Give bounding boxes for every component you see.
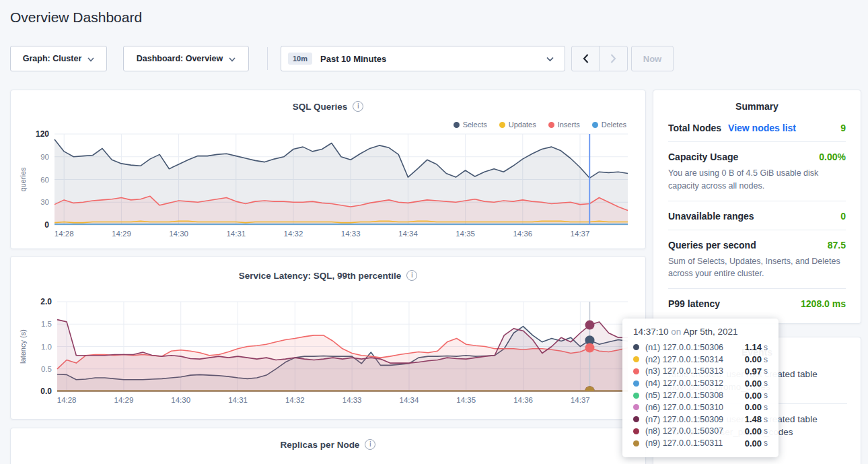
- view-nodes-list-link[interactable]: View nodes list: [728, 123, 796, 133]
- tooltip-node-unit: s: [764, 343, 768, 352]
- svg-text:1.5: 1.5: [41, 320, 52, 328]
- legend-item-deletes[interactable]: Deletes: [592, 121, 626, 129]
- tooltip-node-value: 1.14: [745, 342, 762, 352]
- tooltip-node-dot-icon: [633, 380, 639, 387]
- time-window-badge: 10m: [288, 53, 312, 65]
- summary-label: Queries per second: [668, 240, 756, 251]
- summary-value: 0.00%: [819, 152, 846, 162]
- summary-row: Total NodesView nodes list9: [668, 113, 846, 142]
- sql-queries-chart[interactable]: 14:2814:2914:3014:3114:3214:3314:3414:35…: [11, 131, 647, 245]
- tooltip-node-address: (n4) 127.0.0.1:50312: [645, 378, 745, 388]
- tooltip-node-row: (n3) 127.0.0.1:503130.97s: [633, 366, 768, 378]
- tooltip-node-value: 0.00: [745, 438, 762, 449]
- service-latency-chart[interactable]: 14:2814:2914:3014:3114:3214:3314:3414:35…: [11, 294, 647, 411]
- tooltip-node-dot-icon: [633, 416, 639, 422]
- tooltip-node-value: 0.00: [745, 402, 762, 412]
- tooltip-node-unit: s: [764, 403, 768, 412]
- tooltip-node-row: (n1) 127.0.0.1:503061.14s: [633, 341, 768, 354]
- graph-selector-dropdown[interactable]: Graph: Cluster: [10, 46, 107, 71]
- tooltip-node-address: (n8) 127.0.0.1:50307: [645, 426, 745, 436]
- tooltip-node-value: 0.00: [745, 391, 762, 401]
- sql-queries-title: SQL Queries: [293, 102, 348, 112]
- summary-title: Summary: [653, 90, 861, 113]
- svg-text:14:30: 14:30: [169, 230, 188, 238]
- svg-text:14:36: 14:36: [513, 230, 532, 238]
- info-icon[interactable]: i: [353, 101, 363, 112]
- svg-text:14:29: 14:29: [114, 396, 134, 404]
- legend-item-updates[interactable]: Updates: [499, 121, 536, 129]
- tooltip-node-value: 0.00: [745, 426, 762, 436]
- tooltip-node-dot-icon: [633, 404, 639, 410]
- toolbar-divider: [267, 47, 268, 70]
- summary-row-head: Queries per second87.5: [668, 240, 846, 251]
- summary-row: Capacity Usage0.00%You are using 0 B of …: [668, 142, 846, 201]
- svg-text:14:32: 14:32: [284, 230, 303, 238]
- time-range-dropdown[interactable]: 10m Past 10 Minutes: [281, 46, 565, 71]
- chevron-down-icon: [229, 53, 236, 65]
- tooltip-node-address: (n6) 127.0.0.1:50310: [645, 403, 745, 412]
- chevron-down-icon: [87, 53, 94, 65]
- summary-row: Queries per second87.5Sum of Selects, Up…: [668, 230, 846, 290]
- svg-text:14:34: 14:34: [398, 230, 418, 238]
- legend-label: Deletes: [602, 121, 626, 129]
- tooltip-node-address: (n9) 127.0.0.1:50311: [645, 438, 745, 448]
- summary-row-head: Unavailable ranges0: [668, 211, 846, 222]
- svg-text:2.0: 2.0: [40, 297, 52, 306]
- tooltip-node-value: 1.48: [745, 414, 762, 424]
- graph-selector-label: Graph: Cluster: [23, 54, 82, 63]
- svg-text:14:37: 14:37: [571, 396, 590, 404]
- tooltip-node-value: 0.97: [745, 366, 762, 376]
- dashboard-selector-label: Dashboard: Overview: [137, 54, 223, 63]
- tooltip-node-unit: s: [764, 438, 768, 448]
- svg-text:14:37: 14:37: [571, 230, 590, 238]
- tooltip-node-address: (n3) 127.0.0.1:50313: [645, 366, 745, 376]
- svg-text:14:35: 14:35: [456, 230, 475, 238]
- svg-text:0: 0: [44, 220, 49, 230]
- summary-value: 1208.0 ms: [801, 298, 846, 309]
- tooltip-node-value: 0.00: [745, 378, 762, 389]
- summary-description: Sum of Selects, Updates, Inserts, and De…: [668, 255, 846, 281]
- tooltip-node-row: (n4) 127.0.0.1:503120.00s: [633, 377, 768, 389]
- tooltip-node-unit: s: [764, 355, 768, 364]
- legend-label: Inserts: [558, 121, 580, 129]
- summary-rows: Total NodesView nodes list9Capacity Usag…: [653, 113, 861, 317]
- svg-text:14:34: 14:34: [400, 396, 419, 404]
- summary-row-head: Capacity Usage0.00%: [668, 152, 846, 162]
- chevron-right-icon: [610, 54, 616, 63]
- tooltip-node-address: (n5) 127.0.0.1:50308: [645, 391, 745, 400]
- tooltip-node-unit: s: [764, 391, 768, 400]
- tooltip-timestamp: 14:37:10 on Apr 5th, 2021: [633, 327, 768, 337]
- legend-item-selects[interactable]: Selects: [454, 121, 487, 129]
- tooltip-node-dot-icon: [633, 440, 639, 446]
- previous-time-button[interactable]: [572, 46, 600, 71]
- summary-label: P99 latency: [668, 298, 720, 309]
- svg-text:1.0: 1.0: [41, 343, 52, 351]
- chart-hover-tooltip: 14:37:10 on Apr 5th, 2021 (n1) 127.0.0.1…: [622, 319, 779, 457]
- svg-text:0.5: 0.5: [41, 365, 52, 373]
- legend-dot-icon: [454, 122, 460, 128]
- summary-label: Total Nodes: [668, 123, 721, 133]
- svg-text:14:28: 14:28: [57, 396, 77, 404]
- now-button[interactable]: Now: [631, 46, 674, 71]
- svg-text:14:28: 14:28: [55, 230, 74, 238]
- tooltip-node-row: (n6) 127.0.0.1:503100.00s: [633, 401, 768, 413]
- dashboard-selector-dropdown[interactable]: Dashboard: Overview: [123, 46, 249, 71]
- summary-value: 87.5: [828, 240, 846, 251]
- legend-label: Updates: [509, 121, 536, 129]
- service-latency-title: Service Latency: SQL, 99th percentile: [239, 271, 402, 281]
- svg-text:14:33: 14:33: [342, 396, 362, 404]
- info-icon[interactable]: i: [365, 439, 375, 450]
- summary-panel: Summary Total NodesView nodes list9Capac…: [653, 90, 861, 324]
- summary-value: 0: [840, 211, 846, 222]
- next-time-button[interactable]: [600, 46, 627, 71]
- chevron-left-icon: [583, 54, 589, 63]
- info-icon[interactable]: i: [406, 270, 417, 281]
- legend-item-inserts[interactable]: Inserts: [548, 121, 580, 129]
- tooltip-node-dot-icon: [633, 368, 639, 374]
- summary-row-head: P99 latency1208.0 ms: [668, 298, 846, 309]
- svg-text:14:32: 14:32: [285, 396, 305, 404]
- summary-row: P99 latency1208.0 ms: [668, 289, 846, 317]
- service-latency-card: Service Latency: SQL, 99th percentile i …: [10, 256, 646, 420]
- svg-text:14:30: 14:30: [171, 396, 190, 404]
- page-title: Overview Dashboard: [10, 9, 142, 26]
